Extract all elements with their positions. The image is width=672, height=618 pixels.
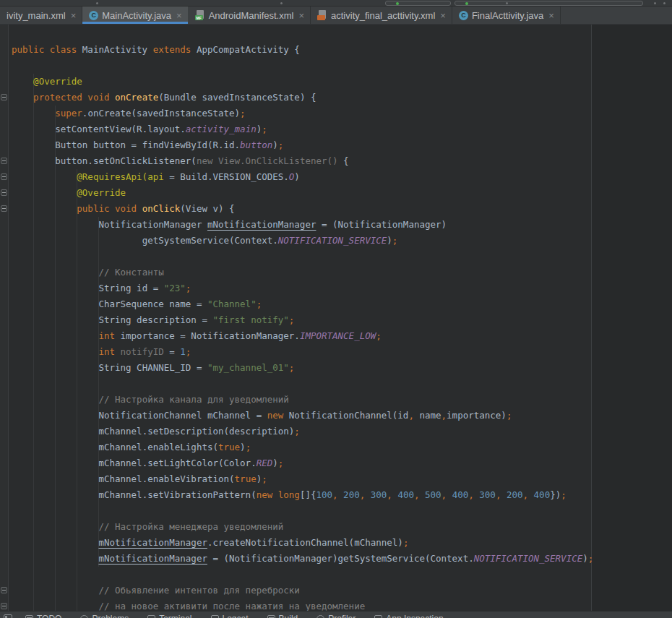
code-line-4[interactable]: protected void onCreate(Bundle savedInst… (12, 90, 672, 106)
tool-window-label: Problems (92, 614, 129, 618)
fold-marker-icon[interactable] (1, 189, 7, 196)
tool-window-bar: TODOProblemsTerminalLogcatBuildProfilerA… (0, 611, 672, 618)
fold-marker-icon[interactable] (1, 94, 7, 100)
code-line-30[interactable] (12, 503, 672, 519)
terminal-icon (147, 615, 155, 618)
tool-window-label: Build (279, 614, 298, 618)
code-line-17[interactable]: CharSequence name = "Channel"; (12, 296, 672, 312)
code-line-26[interactable]: mChannel.enableLights(true); (12, 439, 672, 455)
tool-window-button-build[interactable]: Build (267, 614, 298, 618)
tool-window-label: Logcat (223, 614, 249, 618)
tool-window-button-logcat[interactable]: Logcat (211, 614, 249, 618)
code-line-13[interactable]: getSystemService(Context.NOTIFICATION_SE… (12, 233, 672, 249)
close-tab-icon[interactable]: × (298, 11, 304, 20)
fold-marker-icon[interactable] (1, 603, 7, 609)
toolbar-icon-fragment (506, 2, 508, 4)
profiler-icon (316, 615, 324, 618)
editor-tab-bar: ivity_main.xml×CMainActivity.java×MFAndr… (0, 7, 672, 25)
tool-window-button-app-inspection[interactable]: App Inspection (374, 614, 443, 618)
code-line-28[interactable]: mChannel.enableVibration(true); (12, 471, 672, 487)
tool-window-label: TODO (37, 614, 61, 618)
code-line-20[interactable]: int notifyID = 1; (12, 344, 672, 360)
fold-marker-icon[interactable] (1, 587, 7, 593)
code-line-10[interactable]: @Override (12, 185, 672, 201)
tool-window-button-terminal[interactable]: Terminal (147, 614, 191, 618)
run-icon[interactable] (396, 2, 399, 5)
code-line-7[interactable]: Button button = findViewById(R.id.button… (12, 137, 672, 153)
code-line-1[interactable]: public class MainActivity extends AppCom… (12, 42, 672, 58)
tool-window-label: App Inspection (386, 614, 443, 618)
code-line-12[interactable]: NotificationManager mNotificationManager… (12, 217, 672, 233)
code-area[interactable]: public class MainActivity extends AppCom… (0, 25, 672, 611)
run-widget-box[interactable] (385, 1, 451, 6)
code-line-36[interactable]: // на новое активити после нажатия на ув… (12, 598, 672, 611)
tool-window-button-problems[interactable]: Problems (80, 614, 129, 618)
code-line-27[interactable]: mChannel.setLightColor(Color.RED); (12, 455, 672, 471)
code-line-34[interactable] (12, 567, 672, 583)
android-studio-window: ivity_main.xml×CMainActivity.java×MFAndr… (0, 0, 672, 618)
tab-label: FinalActtivity.java (472, 10, 543, 21)
toolbar-icon-fragment (280, 2, 283, 4)
problems-icon (80, 615, 88, 618)
tool-window-button-profiler[interactable]: Profiler (316, 614, 356, 618)
code-line-18[interactable]: String description = "first notify"; (12, 312, 672, 328)
code-line-11[interactable]: public void onClick(View v) { (12, 201, 672, 217)
fold-marker-icon[interactable] (1, 173, 7, 180)
tab-ivity-main-xml[interactable]: ivity_main.xml× (0, 7, 82, 24)
code-line-32[interactable]: mNotificationManager.createNotificationC… (12, 535, 672, 551)
manifest-file-icon: MF (195, 10, 205, 20)
code-line-31[interactable]: // Настройка менеджера уведомлений (12, 519, 672, 535)
code-line-15[interactable]: // Константы (12, 265, 672, 280)
tab-label: AndroidManifest.xml (209, 10, 294, 21)
tool-window-button-todo[interactable]: TODO (25, 614, 61, 618)
code-line-3[interactable]: @Override (12, 74, 672, 90)
tab-activity-final-acttivity-xml[interactable]: activity_final_acttivity.xml× (311, 7, 452, 24)
tab-finalacttivity-java[interactable]: CFinalActtivity.java× (452, 7, 561, 24)
layout-xml-file-icon (317, 10, 327, 20)
code-line-16[interactable]: String id = "23"; (12, 280, 672, 296)
toolbar-icon-fragment (663, 2, 665, 4)
toolbar-icon-fragment (654, 2, 656, 4)
todo-icon (25, 615, 33, 618)
code-line-35[interactable]: // Обьявление интентов для переброски (12, 583, 672, 598)
app-inspection-icon (374, 615, 382, 618)
tab-label: ivity_main.xml (7, 10, 66, 21)
logcat-icon (211, 615, 219, 618)
tool-window-label: Terminal (159, 614, 191, 618)
code-line-6[interactable]: setContentView(R.layout.activity_main); (12, 121, 672, 137)
code-line-2[interactable] (12, 58, 672, 74)
code-line-23[interactable]: // Настройка канала для уведомлений (12, 392, 672, 408)
fold-marker-icon[interactable] (1, 158, 7, 164)
code-line-8[interactable]: button.setOnClickListener(new View.OnCli… (12, 153, 672, 169)
code-line-29[interactable]: mChannel.setVibrationPattern(new long[]{… (12, 487, 672, 503)
code-line-24[interactable]: NotificationChannel mChannel = new Notif… (12, 408, 672, 424)
code-editor[interactable]: public class MainActivity extends AppCom… (0, 25, 672, 611)
code-line-22[interactable] (12, 376, 672, 392)
close-tab-icon[interactable]: × (176, 11, 182, 20)
tool-window-stripe-icon[interactable] (4, 614, 12, 618)
run-widget-box[interactable] (455, 1, 643, 6)
close-tab-icon[interactable]: × (440, 11, 446, 20)
run-icon[interactable] (465, 2, 468, 5)
code-line-33[interactable]: mNotificationManager = (NotificationMana… (12, 551, 672, 567)
code-line-25[interactable]: mChannel.setDescription(description); (12, 424, 672, 439)
close-tab-icon[interactable]: × (71, 11, 77, 20)
code-line-5[interactable]: super.onCreate(savedInstanceState); (12, 106, 672, 121)
tab-label: MainActivity.java (102, 10, 171, 21)
code-line-21[interactable]: String CHANNEL_ID = "my_channel_01"; (12, 360, 672, 376)
tab-androidmanifest-xml[interactable]: MFAndroidManifest.xml× (189, 7, 311, 24)
tool-window-label: Profiler (328, 614, 356, 618)
tab-label: activity_final_acttivity.xml (331, 10, 435, 21)
java-class-icon: C (459, 11, 468, 20)
toolbar-icon-fragment (96, 2, 98, 4)
tab-mainactivity-java[interactable]: CMainActivity.java× (82, 7, 188, 24)
java-class-icon: C (89, 11, 98, 20)
main-toolbar-strip (0, 0, 672, 7)
code-line-14[interactable] (12, 249, 672, 265)
fold-marker-icon[interactable] (1, 205, 7, 212)
build-icon (267, 615, 275, 618)
close-tab-icon[interactable]: × (548, 11, 554, 20)
code-line-19[interactable]: int importance = NotificationManager.IMP… (12, 328, 672, 344)
code-line-9[interactable]: @RequiresApi(api = Build.VERSION_CODES.O… (12, 169, 672, 185)
